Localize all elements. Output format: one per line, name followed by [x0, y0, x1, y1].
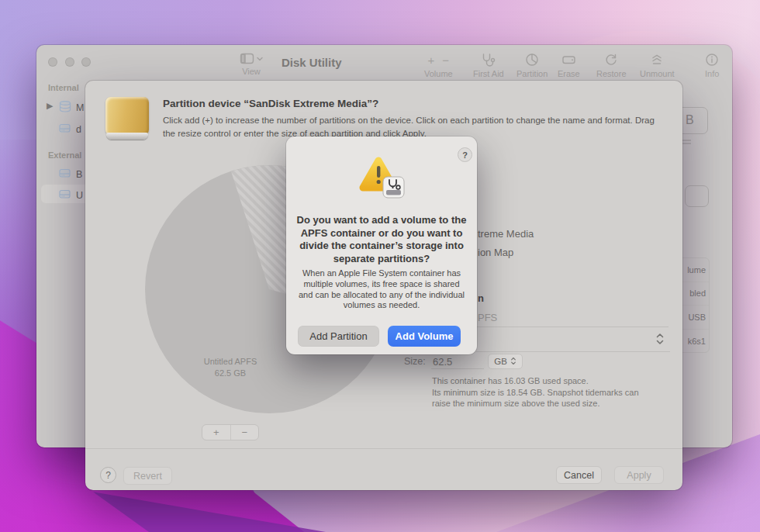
dialog-title: Do you want to add a volume to the APFS …: [294, 214, 469, 265]
sheet-title: Partition device “SanDisk Extreme Media”…: [163, 98, 378, 109]
name-field-underline: [476, 326, 668, 327]
help-button[interactable]: ?: [100, 467, 116, 483]
disk-icon: [58, 167, 71, 182]
remove-partition-segment[interactable]: −: [231, 425, 259, 440]
minimize-button[interactable]: [65, 57, 74, 67]
capacity-letter: B: [686, 113, 694, 127]
sidebar-section-external: External: [48, 150, 81, 160]
partition-info-heading-fragment: n: [478, 292, 484, 304]
info-icon: [705, 53, 719, 67]
warning-icon: [355, 154, 406, 200]
size-label: Size:: [404, 356, 426, 367]
add-volume-button[interactable]: Add Volume: [388, 326, 461, 347]
sidebar-item-internal-volume[interactable]: d: [76, 124, 81, 135]
note-line: raise the minimum size above the used si…: [432, 398, 639, 409]
add-partition-segment[interactable]: +: [202, 425, 231, 440]
disk-utility-badge-icon: [383, 177, 404, 198]
close-button[interactable]: [48, 57, 57, 67]
chevron-down-icon: [257, 57, 263, 61]
zoom-button[interactable]: [81, 57, 91, 67]
size-unit-stepper-icon: [510, 356, 516, 368]
toolbar-erase[interactable]: Erase: [558, 53, 580, 78]
toolbar-partition-label: Partition: [516, 69, 548, 78]
toolbar-restore[interactable]: Restore: [596, 53, 627, 78]
name-field-fragment[interactable]: PFS: [478, 312, 497, 323]
toolbar-unmount-label: Unmount: [640, 69, 675, 78]
apfs-alert-dialog: ? Do you want to add a volume to the APF…: [286, 136, 477, 354]
toolbar-volume[interactable]: + − Volume: [424, 53, 453, 78]
partition-pie-icon: [525, 53, 539, 67]
volume-stack-icon: [58, 100, 72, 116]
dialog-help-button[interactable]: ?: [458, 147, 472, 162]
toolbar-info[interactable]: Info: [705, 53, 719, 78]
format-popup-underline: [476, 351, 670, 352]
pie-partition-size: 62.5 GB: [176, 368, 285, 379]
external-drive-icon: [105, 97, 149, 136]
disclosure-chevron-icon[interactable]: ▶︎: [47, 101, 53, 111]
desktop: View Disk Utility + − Volume First Aid: [0, 0, 760, 532]
format-popup-stepper-icon[interactable]: [655, 332, 665, 349]
container-usage-note: This container has 16.03 GB used space. …: [432, 375, 639, 409]
size-unit-dropdown[interactable]: GB: [488, 354, 523, 369]
size-value-field[interactable]: 62.5: [433, 356, 452, 368]
scheme-fragment: ion Map: [478, 247, 513, 258]
toolbar-volume-label: Volume: [424, 69, 453, 78]
sidebar-section-internal: Internal: [48, 83, 79, 92]
remove-volume-icon[interactable]: −: [442, 54, 449, 67]
erase-drive-icon: [561, 53, 576, 67]
toolbar-partition[interactable]: Partition: [516, 53, 548, 78]
note-line: This container has 16.03 GB used space.: [432, 375, 639, 387]
size-field-underline: [431, 368, 484, 369]
disk-icon: [58, 122, 71, 137]
pie-label: Untitled APFS 62.5 GB: [176, 356, 285, 379]
toolbar-info-label: Info: [705, 69, 719, 78]
sidebar-icon: [240, 53, 254, 64]
cancel-button[interactable]: Cancel: [556, 466, 602, 484]
size-unit-value: GB: [494, 357, 507, 366]
sheet-footer-divider: [85, 448, 682, 449]
sidebar-item-external-usb[interactable]: U: [76, 190, 83, 201]
unmount-eject-icon: [650, 53, 664, 67]
dialog-body: When an Apple File System container has …: [295, 268, 468, 311]
pie-partition-name: Untitled APFS: [176, 356, 285, 368]
restore-arrow-icon: [604, 53, 618, 67]
sidebar-item-external-disk[interactable]: B: [76, 169, 82, 180]
window-title: Disk Utility: [282, 56, 342, 69]
view-button-label: View: [242, 67, 261, 76]
device-name-fragment: treme Media: [478, 228, 534, 240]
revert-button[interactable]: Revert: [123, 467, 172, 485]
stethoscope-icon: [481, 53, 496, 67]
apply-button[interactable]: Apply: [614, 466, 664, 484]
add-partition-button[interactable]: Add Partition: [298, 326, 379, 347]
partition-add-remove-control: + −: [202, 424, 259, 440]
view-button[interactable]: View: [240, 53, 263, 76]
note-line: Its minimum size is 18.54 GB. Snapshot t…: [432, 387, 639, 399]
toolbar-unmount[interactable]: Unmount: [640, 53, 675, 78]
disk-icon: [58, 188, 71, 203]
toolbar-erase-label: Erase: [558, 69, 580, 78]
add-volume-icon[interactable]: +: [428, 54, 435, 67]
toolbar-restore-label: Restore: [596, 69, 627, 78]
field-fragment: [685, 185, 709, 207]
toolbar-first-aid[interactable]: First Aid: [473, 53, 504, 78]
sidebar-item-internal-disk[interactable]: M: [76, 102, 84, 113]
toolbar-first-aid-label: First Aid: [473, 69, 504, 78]
